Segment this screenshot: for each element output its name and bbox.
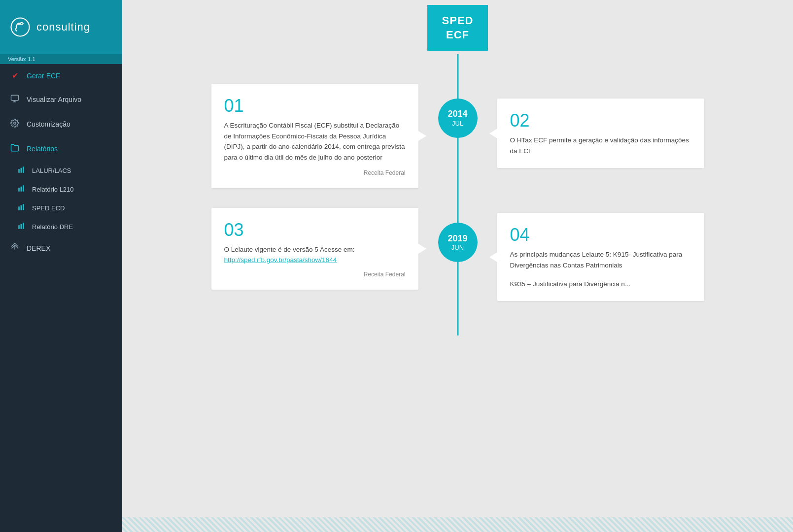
timeline-row-2: 03 O Leiaute vigente é de versão 5 Acess… — [122, 208, 793, 301]
sub-label-lalur: LALUR/LACS — [32, 167, 71, 174]
timeline-container: 01 A Escrituração Contábil Fiscal (ECF) … — [122, 54, 793, 335]
logo-text: consulting — [36, 21, 90, 33]
svg-rect-15 — [21, 224, 22, 229]
main-content: SPED ECF 01 A Escrituração Contábil Fisc… — [122, 0, 793, 532]
card-text-02: O HTax ECF permite a geração e validação… — [510, 135, 691, 156]
diagonal-bg — [122, 517, 793, 532]
card-text-04: As principais mudanças Leiaute 5: K915- … — [510, 249, 691, 270]
sidebar-item-visualizar-arquivo[interactable]: Visualizar Arquivo — [0, 87, 122, 112]
card-number-02: 02 — [510, 110, 691, 131]
card-source-03: Receita Federal — [224, 271, 406, 278]
svg-rect-14 — [18, 225, 20, 229]
bar-chart-icon — [18, 166, 25, 175]
card-text-01: A Escrituração Contábil Fiscal (ECF) sub… — [224, 120, 406, 163]
sidebar-item-relatorios[interactable]: Relatórios — [0, 136, 122, 161]
timeline-left-2: 03 O Leiaute vigente é de versão 5 Acess… — [122, 208, 458, 290]
node-month-1: JUL — [452, 120, 463, 128]
timeline-center-1: 2014 JUL — [438, 99, 478, 138]
logo-icon — [10, 17, 31, 37]
node-year-1: 2014 — [448, 109, 467, 120]
card-number-01: 01 — [224, 96, 406, 116]
monitor-icon — [10, 94, 20, 105]
card-01: 01 A Escrituração Contábil Fiscal (ECF) … — [211, 84, 418, 188]
sidebar-item-sped-ecd[interactable]: SPED ECD — [0, 199, 122, 217]
timeline-node-2014: 2014 JUL — [438, 99, 478, 138]
card-number-03: 03 — [224, 220, 406, 240]
sub-label-l210: Relatório L210 — [32, 186, 74, 193]
svg-rect-7 — [23, 166, 24, 173]
timeline-right-1: 02 O HTax ECF permite a geração e valida… — [458, 84, 793, 168]
svg-rect-6 — [21, 168, 22, 173]
check-icon: ✔ — [10, 71, 20, 80]
bar-chart-icon-2 — [18, 185, 25, 194]
card-source-01: Receita Federal — [224, 169, 406, 176]
timeline-right-2: 04 As principais mudanças Leiaute 5: K91… — [458, 208, 793, 301]
timeline-center-2: 2019 JUN — [438, 223, 478, 262]
svg-rect-12 — [21, 205, 22, 210]
svg-point-4 — [14, 122, 16, 125]
node-year-2: 2019 — [448, 233, 467, 244]
timeline-left-1: 01 A Escrituração Contábil Fiscal (ECF) … — [122, 84, 458, 188]
nav-label-visualizar: Visualizar Arquivo — [27, 96, 81, 103]
sub-label-dre: Relatório DRE — [32, 223, 73, 231]
sidebar-header: consulting — [0, 0, 122, 54]
svg-rect-1 — [11, 95, 19, 100]
sidebar-item-customizacao[interactable]: Customização — [0, 112, 122, 136]
sidebar-item-relatorio-l210[interactable]: Relatório L210 — [0, 180, 122, 199]
version-bar: Versão: 1.1 — [0, 54, 122, 64]
svg-rect-13 — [23, 204, 24, 210]
folder-icon — [10, 143, 20, 154]
card-text-03: O Leiaute vigente é de versão 5 Acesse e… — [224, 244, 406, 255]
card-link-03[interactable]: http://sped.rfb.gov.br/pasta/show/1644 — [224, 256, 337, 264]
nav-label-relatorios: Relatórios — [27, 145, 58, 153]
banner-line1: SPED — [442, 14, 474, 28]
svg-rect-9 — [21, 187, 22, 192]
svg-rect-8 — [18, 188, 20, 192]
sped-ecf-box: SPED ECF — [427, 5, 488, 51]
card-text-04b: K935 – Justificativa para Divergência n.… — [510, 279, 691, 290]
node-month-2: JUN — [451, 244, 464, 252]
sidebar-item-derex[interactable]: DEREX — [0, 236, 122, 261]
sidebar: consulting Versão: 1.1 ✔ Gerar ECF Visua… — [0, 0, 122, 532]
svg-rect-16 — [23, 223, 24, 229]
sub-label-sped-ecd: SPED ECD — [32, 204, 65, 212]
nav-label-customizacao: Customização — [27, 120, 70, 128]
bar-chart-icon-4 — [18, 222, 25, 231]
svg-rect-5 — [18, 169, 20, 173]
sidebar-item-lalur-lacs[interactable]: LALUR/LACS — [0, 161, 122, 180]
svg-rect-10 — [23, 185, 24, 192]
sidebar-item-gerar-ecf[interactable]: ✔ Gerar ECF — [0, 64, 122, 87]
card-02: 02 O HTax ECF permite a geração e valida… — [497, 99, 704, 168]
version-label: Versão: 1.1 — [8, 56, 35, 62]
card-number-04: 04 — [510, 225, 691, 245]
sped-ecf-banner: SPED ECF — [122, 0, 793, 51]
plane-icon — [10, 243, 20, 254]
timeline-node-2019: 2019 JUN — [438, 223, 478, 262]
card-04: 04 As principais mudanças Leiaute 5: K91… — [497, 213, 704, 301]
card-03: 03 O Leiaute vigente é de versão 5 Acess… — [211, 208, 418, 290]
sidebar-item-relatorio-dre[interactable]: Relatório DRE — [0, 217, 122, 236]
bar-chart-icon-3 — [18, 203, 25, 212]
nav-label-derex: DEREX — [27, 244, 50, 252]
svg-rect-11 — [18, 206, 20, 210]
svg-point-0 — [11, 18, 30, 36]
nav-label-gerar-ecf: Gerar ECF — [27, 72, 60, 80]
timeline-row-1: 01 A Escrituração Contábil Fiscal (ECF) … — [122, 84, 793, 188]
banner-line2: ECF — [442, 28, 474, 42]
settings-icon — [10, 119, 20, 130]
